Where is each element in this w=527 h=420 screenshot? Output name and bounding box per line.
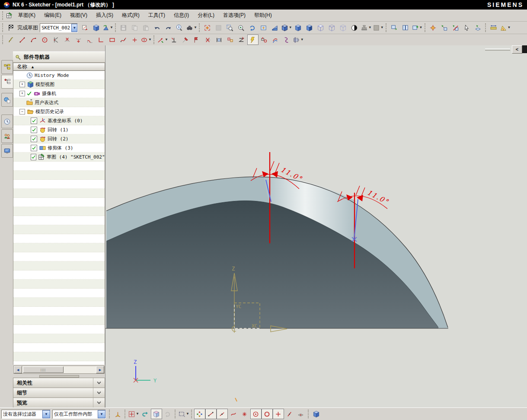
wcs-dynamics-button[interactable]	[112, 409, 123, 419]
corner-button[interactable]	[95, 35, 106, 45]
feature-checkbox[interactable]	[31, 154, 36, 160]
menu-item-8[interactable]: 分析(L)	[193, 10, 219, 20]
menu-item-5[interactable]: 格式(R)	[118, 10, 144, 20]
selection-scope-combo[interactable]: 仅在工作部件内部 ▼	[52, 410, 106, 419]
assembly-navigator-tab[interactable]	[1, 60, 13, 74]
wireframe-dim-edges-button[interactable]	[315, 22, 326, 33]
dropdown-arrow-icon[interactable]: ▼	[136, 412, 139, 416]
toolbar-grip[interactable]	[485, 23, 486, 32]
redo-button[interactable]	[163, 22, 174, 33]
point-button[interactable]	[129, 35, 140, 45]
shaded-button[interactable]	[293, 22, 304, 33]
snap-existing-point-button[interactable]	[273, 409, 284, 419]
partially-shaded-button[interactable]	[304, 22, 315, 33]
pan-view-button[interactable]	[258, 22, 269, 33]
graphics-window[interactable]: 11.0° 11.0° Z YC	[105, 45, 527, 408]
history-palette-tab[interactable]	[1, 115, 13, 128]
display-sketch-only-button[interactable]	[90, 22, 102, 33]
continuous-auto-dimension-button[interactable]	[247, 35, 259, 45]
combo-dropdown-icon[interactable]: ▼	[42, 410, 50, 418]
toolbar-grip[interactable]	[2, 23, 3, 32]
wireframe-hidden-edges-button[interactable]	[326, 22, 338, 33]
snap-intersection-button[interactable]	[239, 409, 250, 419]
menu-item-7[interactable]: 信息(I)	[169, 10, 193, 20]
select-feature-button[interactable]	[439, 22, 450, 33]
sketch-name-combo[interactable]: SKETCH_002 ▼	[40, 23, 78, 32]
tree-row[interactable]: 基准坐标系 (0)	[13, 116, 105, 125]
undo-button[interactable]	[152, 22, 163, 33]
shaded-tool-button[interactable]	[151, 409, 162, 419]
menu-item-1[interactable]: 草图(K)	[14, 10, 40, 20]
combo-dropdown-icon[interactable]: ▼	[71, 24, 77, 32]
scrollbar-thumb[interactable]: ||||	[23, 366, 64, 373]
reattach-sketch-button[interactable]	[79, 22, 90, 33]
system-visualization-tab[interactable]	[1, 144, 13, 158]
auto-constrain-button[interactable]	[180, 35, 191, 45]
toolbar-grip[interactable]	[115, 23, 116, 32]
find-button[interactable]: ▼	[185, 22, 198, 33]
snap-point-on-curve-button[interactable]	[228, 409, 239, 419]
internet-browser-tab[interactable]	[1, 93, 13, 107]
deselect-all-button[interactable]	[450, 22, 461, 33]
back-button[interactable]	[140, 409, 151, 419]
cursor-select-button[interactable]	[461, 22, 473, 33]
show-no-constraints-button[interactable]	[202, 35, 214, 45]
feature-checkbox[interactable]	[31, 118, 37, 124]
snap-point-tool-button[interactable]	[428, 22, 439, 33]
dropdown-arrow-icon[interactable]: ▼	[300, 38, 304, 41]
measure-angle-button[interactable]: ▼	[499, 22, 511, 33]
rectangle-button[interactable]	[106, 35, 118, 45]
point-method-button[interactable]: ▼	[128, 409, 140, 419]
window-split-button[interactable]: ▼	[411, 22, 423, 33]
snap-point-on-line-button[interactable]	[284, 409, 295, 419]
window-tile-button[interactable]	[400, 22, 411, 33]
derived-lines-button[interactable]	[50, 35, 61, 45]
constraints-button[interactable]	[169, 35, 180, 45]
expand-icon[interactable]: +	[19, 82, 25, 87]
dropdown-arrow-icon[interactable]: ▼	[110, 26, 113, 29]
rotate-view-button[interactable]	[247, 22, 258, 33]
project-curve-button[interactable]	[281, 35, 292, 45]
quick-trim-button[interactable]	[61, 35, 73, 45]
display-mode-button[interactable]: ▼	[372, 22, 384, 33]
menu-item-4[interactable]: 插入(S)	[92, 10, 118, 20]
toolbar-grip[interactable]	[191, 410, 192, 418]
perspective-button[interactable]	[269, 22, 281, 33]
finish-sketch-label[interactable]: 完成草图	[17, 24, 38, 32]
tree-row[interactable]: 用户表达式	[13, 98, 105, 107]
new-window-button[interactable]	[389, 22, 400, 33]
zoom-in-out-button[interactable]	[236, 22, 247, 33]
dropdown-arrow-icon[interactable]: ▼	[368, 26, 372, 29]
snap-quadrant-button[interactable]	[262, 409, 273, 419]
object-information-button[interactable]: i	[174, 22, 185, 33]
chevron-down-icon[interactable]	[93, 398, 105, 407]
ellipse-button[interactable]: ▼	[140, 35, 152, 45]
offset-curve-button[interactable]	[270, 35, 281, 45]
select-face-button[interactable]	[473, 22, 484, 33]
menu-item-3[interactable]: 视图(V)	[66, 10, 92, 20]
dropdown-arrow-icon[interactable]: ▼	[508, 26, 511, 29]
tree-row[interactable]: −模型历史记录	[13, 107, 105, 116]
circle-button[interactable]	[39, 35, 50, 45]
tree-row[interactable]: 回转 (2)	[13, 134, 105, 143]
part-navigator-tab[interactable]	[1, 75, 13, 89]
orient-view-to-sketch-button[interactable]: ▼	[102, 22, 114, 33]
inferred-dimensions-button[interactable]: ▼	[157, 35, 169, 45]
toolbar-grip[interactable]	[153, 35, 154, 44]
tree-horizontal-scrollbar[interactable]: ◄ |||| ►	[13, 366, 105, 374]
feature-checkbox[interactable]	[31, 145, 37, 151]
alternate-solution-button[interactable]	[236, 35, 247, 45]
toolbar-grip[interactable]	[109, 410, 110, 418]
studio-spline-button[interactable]	[118, 35, 129, 45]
tree-column-header[interactable]: 名称 ▲	[13, 63, 105, 71]
menu-item-9[interactable]: 首选项(P)	[219, 10, 250, 20]
work-view-button[interactable]	[311, 409, 322, 419]
toolbar-grip[interactable]	[175, 410, 176, 418]
snap-endpoint-button[interactable]	[205, 409, 217, 419]
expand-icon[interactable]: +	[19, 91, 25, 96]
fillet-button[interactable]	[84, 35, 95, 45]
collapse-icon[interactable]: −	[19, 109, 25, 115]
toolbar-grip[interactable]	[2, 35, 3, 44]
feature-checkbox[interactable]	[31, 127, 37, 133]
toolbar-grip[interactable]	[386, 23, 386, 32]
